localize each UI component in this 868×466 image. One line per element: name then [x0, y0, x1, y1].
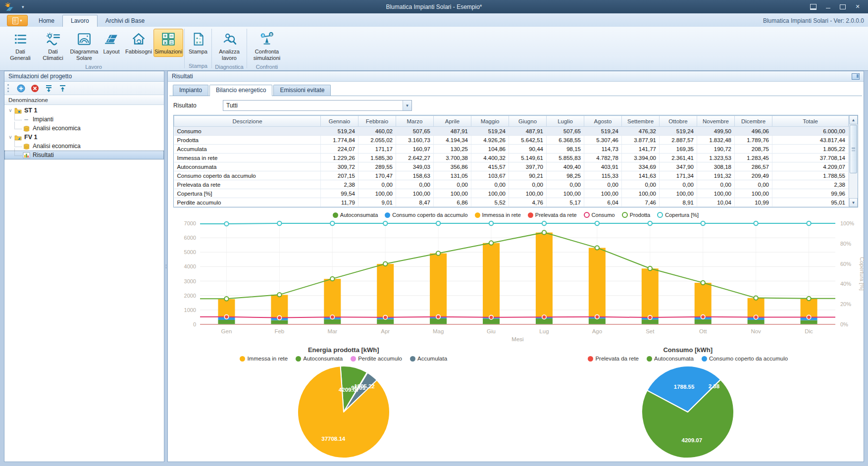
column-header-maggio[interactable]: Maggio: [471, 116, 509, 127]
panel-layout-icon[interactable]: [852, 73, 860, 80]
dash-icon: [23, 116, 30, 123]
table-row-copertura[interactable]: Copertura [%]99,54100,00100,00100,00100,…: [174, 189, 849, 198]
expand-all-button[interactable]: [44, 84, 53, 93]
column-header-gennaio[interactable]: Gennaio: [321, 116, 358, 127]
svg-text:6000: 6000: [184, 235, 196, 241]
tree-item-label: ST 1: [24, 107, 37, 114]
cell-value: 0,00: [735, 180, 772, 189]
chevron-down-icon: ▾: [20, 18, 22, 23]
cell-value: 169,35: [660, 145, 697, 154]
cell-value: 487,91: [434, 127, 471, 136]
tree-item-fv-1[interactable]: ˅FV 1: [4, 133, 164, 142]
cell-value: 190,72: [697, 145, 735, 154]
scroll-up-icon[interactable]: ▲: [849, 115, 858, 124]
cell-value: 10,04: [697, 198, 735, 207]
tree-column-header[interactable]: Denominazione: [4, 95, 164, 105]
svg-text:1000: 1000: [184, 307, 196, 313]
tab-emissioni-evitate[interactable]: Emissioni evitate: [273, 85, 331, 96]
layout-button[interactable]: Layout: [99, 29, 124, 57]
expander-icon[interactable]: ˅: [7, 108, 13, 113]
tab-bilancio-energetico[interactable]: Bilancio energetico: [209, 85, 272, 96]
table-row-consumo-coperto-da-accumulo[interactable]: Consumo coperto da accumulo207,15170,471…: [174, 171, 849, 180]
pie-charts-row: Energia prodotta [kWh] Immessa in reteAu…: [171, 346, 860, 460]
column-header-febbraio[interactable]: Febbraio: [358, 116, 396, 127]
column-header-dicembre[interactable]: Dicembre: [735, 116, 772, 127]
tab-impianto[interactable]: Impianto: [173, 85, 208, 96]
table-row-consumo[interactable]: Consumo519,24460,02507,65487,91519,24487…: [174, 127, 849, 136]
cell-value: 1.229,26: [321, 154, 358, 162]
column-header-totale[interactable]: Totale: [772, 116, 849, 127]
simulazioni-button[interactable]: +−x= Simulazioni: [153, 29, 183, 57]
analizza-lavoro-button[interactable]: Analizza lavoro: [213, 29, 246, 63]
svg-text:0: 0: [193, 321, 196, 327]
demand-icon: [131, 31, 146, 48]
tab-home[interactable]: Home: [31, 15, 62, 27]
column-header-agosto[interactable]: Agosto: [584, 116, 622, 127]
tree-item-st-1[interactable]: ˅ST 1: [4, 106, 164, 115]
column-header-descrizione[interactable]: Descrizione: [174, 116, 321, 127]
table-row-autoconsumata[interactable]: Autoconsumata309,72289,55349,03356,86415…: [174, 162, 849, 171]
svg-text:Nov: Nov: [751, 328, 761, 334]
table-row-prelevata-da-rete[interactable]: Prelevata da rete2,380,000,000,000,000,0…: [174, 180, 849, 189]
tree-item-impianti[interactable]: Impianti: [4, 115, 164, 124]
tree-item-analisi-economica[interactable]: Analisi economica: [4, 124, 164, 133]
table-row-perdite-accumulo[interactable]: Perdite accumulo11,799,018,476,865,524,7…: [174, 198, 849, 207]
table-row-accumulata[interactable]: Accumulata224,07171,17160,97130,25104,86…: [174, 145, 849, 154]
column-header-ottobre[interactable]: Ottobre: [660, 116, 697, 127]
svg-text:=: =: [170, 40, 173, 45]
dati-climatici-button[interactable]: Dati Climatici: [37, 29, 69, 63]
dati-generali-button[interactable]: Dati Generali: [4, 29, 37, 63]
delete-simulation-button[interactable]: [30, 84, 39, 93]
table-row-immessa-in-rete[interactable]: Immessa in rete1.229,261.585,302.642,273…: [174, 154, 849, 162]
cell-value: 519,24: [660, 127, 697, 136]
stampa-button[interactable]: + -x = Stampa: [186, 29, 210, 57]
legend-item-consumo-coperto-da-accumulo: Consumo coperto da accumulo: [702, 356, 788, 362]
toolbar-grip[interactable]: [7, 84, 10, 92]
chevron-down-icon[interactable]: ▼: [403, 101, 411, 110]
tree-item-risultati[interactable]: Risultati: [4, 151, 164, 159]
table-row-prodotta[interactable]: Prodotta1.774,842.055,023.160,734.194,34…: [174, 136, 849, 145]
maximize-icon[interactable]: [839, 4, 846, 10]
legend-label: Prelevata da rete: [595, 356, 639, 362]
scroll-down-icon[interactable]: ▼: [849, 198, 858, 207]
legend-item-perdite-accumulo: Perdite accumulo: [351, 356, 402, 362]
tab-archivi-di-base[interactable]: Archivi di Base: [98, 15, 153, 27]
cell-value: 5.307,46: [584, 136, 622, 145]
cell-value: 11,79: [321, 198, 358, 207]
tab-lavoro[interactable]: Lavoro: [62, 15, 98, 27]
ribbon-group-diagnostica: Analizza lavoro Diagnostica: [213, 27, 246, 70]
collapse-all-button[interactable]: [58, 84, 67, 93]
column-header-aprile[interactable]: Aprile: [434, 116, 471, 127]
confronta-simulazioni-button[interactable]: AB Confronta simulazioni: [248, 29, 286, 63]
svg-text:1805.22: 1805.22: [354, 383, 375, 389]
svg-text:B: B: [270, 33, 272, 36]
consumo-pie-block: Consumo [kWh] Prelevata da reteAutoconsu…: [516, 346, 861, 460]
column-header-giugno[interactable]: Giugno: [509, 116, 547, 127]
tree-item-label: Analisi economica: [33, 125, 81, 132]
legend-item-autoconsumata: Autoconsumata: [647, 356, 694, 362]
svg-text:37708.14: 37708.14: [321, 435, 346, 441]
cell-value: 191,32: [697, 171, 735, 180]
close-icon[interactable]: ✕: [854, 4, 861, 10]
result-filter-dropdown[interactable]: Tutti ▼: [223, 100, 412, 111]
cell-value: 207,15: [321, 171, 358, 180]
minimize-icon[interactable]: [824, 4, 831, 10]
fullscreen-icon[interactable]: [810, 4, 817, 10]
add-simulation-button[interactable]: [16, 84, 25, 93]
cell-value: 1.585,30: [358, 154, 396, 162]
column-header-marzo[interactable]: Marzo: [396, 116, 434, 127]
diagramma-solare-button[interactable]: Diagramma Solare: [69, 29, 99, 63]
column-header-luglio[interactable]: Luglio: [547, 116, 584, 127]
expander-icon[interactable]: ˅: [7, 135, 13, 140]
application-menu-button[interactable]: ▾: [7, 15, 28, 26]
table-scrollbar[interactable]: ▲ ▼: [849, 115, 858, 207]
scrollbar-thumb[interactable]: [850, 125, 857, 173]
column-header-settembre[interactable]: Settembre: [622, 116, 660, 127]
cell-value: 130,25: [434, 145, 471, 154]
cell-value: 0,00: [358, 180, 396, 189]
fabbisogni-button[interactable]: Fabbisogni: [124, 29, 153, 57]
tree-item-analisi-economica[interactable]: Analisi economica: [4, 142, 164, 151]
column-header-novembre[interactable]: Novembre: [697, 116, 735, 127]
compare-icon: AB: [259, 31, 274, 48]
ribbon-separator: [247, 29, 247, 68]
